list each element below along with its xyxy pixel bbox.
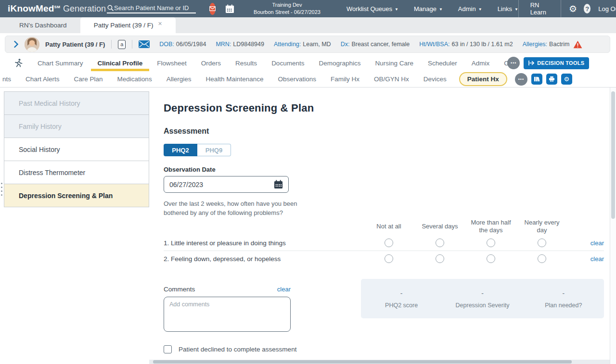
logout-button[interactable]: Log Out <box>598 5 616 13</box>
patient-search-input[interactable] <box>114 4 196 12</box>
app-product-name: Generation <box>63 4 106 14</box>
subnav-medications[interactable]: Medications <box>117 75 152 83</box>
vertical-scrollbar-thumb[interactable] <box>611 91 615 219</box>
phq2-toggle-button[interactable]: PHQ2 <box>164 144 197 156</box>
patient-attending: Attending:Learn, MD <box>274 41 331 48</box>
nav-flowsheet[interactable]: Flowsheet <box>157 55 187 71</box>
plan-needed-summary: - Plan needed? <box>523 289 604 309</box>
close-tab-icon[interactable]: × <box>158 20 162 27</box>
patient-hx-body: Past Medical History Family History Soci… <box>0 88 616 364</box>
subnav-chart-alerts[interactable]: Chart Alerts <box>26 75 60 83</box>
subnav-allergies[interactable]: Allergies <box>167 75 192 83</box>
comments-and-summary-row: Comments clear - PHQ2 score - Depression… <box>164 279 604 334</box>
nav-admix[interactable]: Admix <box>472 55 490 71</box>
phq2-score-summary: - PHQ2 score <box>361 289 442 309</box>
nav-results[interactable]: Results <box>235 55 257 71</box>
expand-banner-chevron-icon[interactable] <box>14 41 18 48</box>
option-header-more-than-half: More than half the days <box>465 218 516 236</box>
sidebar-item-distress-thermometer[interactable]: Distress Thermometer <box>4 161 149 184</box>
allergy-warning-icon[interactable] <box>573 40 582 49</box>
tab-rns-dashboard[interactable]: RN's Dashboard <box>6 17 80 33</box>
topbar-divider <box>561 0 561 17</box>
menu-admin[interactable]: Admin▼ <box>458 5 482 13</box>
sidebar-item-social-history[interactable]: Social History <box>4 138 149 161</box>
depression-screening-panel: Depression Screening & Plan Assessment P… <box>153 88 609 364</box>
nav-truncated-item[interactable]: C <box>504 55 510 71</box>
assessment-section-title: Assessment <box>164 127 609 136</box>
phq9-toggle-button[interactable]: PHQ9 <box>197 144 231 156</box>
scheduler-button[interactable] <box>225 4 234 13</box>
option-header-several-days: Several days <box>414 218 465 236</box>
subnav-overflow-ellipsis-icon[interactable]: ••• <box>515 73 527 86</box>
nav-scheduler[interactable]: Scheduler <box>428 55 457 71</box>
rn-learn-link[interactable]: RN Learn <box>519 1 561 16</box>
subnav-health-maintenance[interactable]: Health Maintenance <box>205 75 263 83</box>
nav-nursing-care[interactable]: Nursing Care <box>375 55 413 71</box>
subnav-settings-button[interactable]: ⚙ <box>561 74 572 85</box>
subnav-truncated-item[interactable]: nts <box>2 75 11 83</box>
subnav-obgyn-hx[interactable]: OB/GYN Hx <box>374 75 409 83</box>
patient-dob: DOB:06/05/1984 <box>159 41 206 48</box>
sidebar-item-depression-screening[interactable]: Depression Screening & Plan <box>4 184 149 207</box>
subnav-patient-hx[interactable]: Patient Hx <box>459 72 507 86</box>
settings-gear-icon[interactable]: ⚙ <box>569 4 577 13</box>
subnav-family-hx[interactable]: Family Hx <box>331 75 359 83</box>
menu-manage[interactable]: Manage▼ <box>414 5 443 13</box>
chevron-down-icon: ▼ <box>439 7 443 12</box>
subnav-care-plan[interactable]: Care Plan <box>74 75 103 83</box>
patient-mrn: MRN:LD9848949 <box>216 41 264 48</box>
q2-nearly-every-day-radio[interactable] <box>538 254 546 263</box>
phq2-question-grid: Not at all Several days More than half t… <box>164 218 604 267</box>
patient-search[interactable] <box>107 4 196 13</box>
nav-demographics[interactable]: Demographics <box>319 55 360 71</box>
menu-links[interactable]: Links▼ <box>498 5 518 13</box>
score-summary-panel: - PHQ2 score - Depression Severity - Pla… <box>361 279 604 318</box>
q1-more-than-half-radio[interactable] <box>487 238 495 247</box>
calendar-icon <box>225 4 234 13</box>
q2-several-days-radio[interactable] <box>436 254 444 263</box>
q1-not-at-all-radio[interactable] <box>385 238 393 247</box>
nav-chart-summary[interactable]: Chart Summary <box>38 55 83 71</box>
subnav-observations[interactable]: Observations <box>278 75 317 83</box>
nav-documents[interactable]: Documents <box>271 55 304 71</box>
q1-nearly-every-day-radio[interactable] <box>538 238 546 247</box>
horizontal-scrollbar-thumb[interactable] <box>153 360 572 364</box>
tab-patty-patient[interactable]: Patty Patient (39 / F) × <box>80 17 176 33</box>
patient-name: Patty Patient (39 / F) <box>45 41 105 48</box>
gear-icon: ⚙ <box>564 76 570 82</box>
nav-orders[interactable]: Orders <box>201 55 221 71</box>
q1-clear-link[interactable]: clear <box>590 239 604 247</box>
clinical-profile-subnav: nts Chart Alerts Care Plan Medications A… <box>0 71 616 88</box>
help-icon[interactable]: ? <box>584 4 590 13</box>
observation-date-label: Observation Date <box>164 166 609 173</box>
q2-not-at-all-radio[interactable] <box>385 254 393 263</box>
decision-tools-icon <box>528 60 534 66</box>
q2-clear-link[interactable]: clear <box>590 255 604 263</box>
environment-name: Training Dev <box>254 1 321 9</box>
reference-library-button[interactable] <box>531 74 542 85</box>
print-button[interactable] <box>546 74 557 85</box>
patient-ht-wt-bsa: Ht/Wt/BSA:63 in / 130 lb / 1.61 m2 <box>419 41 513 48</box>
nav-clinical-profile[interactable]: Clinical Profile <box>98 55 143 71</box>
q1-several-days-radio[interactable] <box>436 238 444 247</box>
phq2-score-value: - <box>361 289 442 297</box>
patient-message-envelope-icon[interactable] <box>139 40 150 48</box>
observation-date-input[interactable] <box>169 181 274 188</box>
question-1-text: 1. Little interest or pleasure in doing … <box>164 235 363 251</box>
menu-worklist-queues[interactable]: Worklist Queues▼ <box>346 5 398 13</box>
sidebar-resize-handle[interactable] <box>1 183 3 196</box>
observation-date-field[interactable] <box>164 176 289 193</box>
comments-clear-link[interactable]: clear <box>277 286 291 293</box>
patient-declined-checkbox[interactable] <box>164 345 172 353</box>
messages-button[interactable] <box>209 3 216 15</box>
app-logo: iKnowMedSM <box>8 3 60 14</box>
subnav-devices[interactable]: Devices <box>424 75 447 83</box>
decision-tools-button[interactable]: DECISION TOOLS <box>524 57 589 69</box>
date-picker-calendar-icon[interactable] <box>274 180 283 189</box>
patient-alias-icon[interactable]: a <box>118 40 126 49</box>
banner-divider <box>132 40 132 49</box>
printer-icon <box>549 76 555 82</box>
quick-action-runner-icon[interactable] <box>13 58 23 68</box>
comments-textarea[interactable] <box>164 297 291 332</box>
q2-more-than-half-radio[interactable] <box>487 254 495 263</box>
